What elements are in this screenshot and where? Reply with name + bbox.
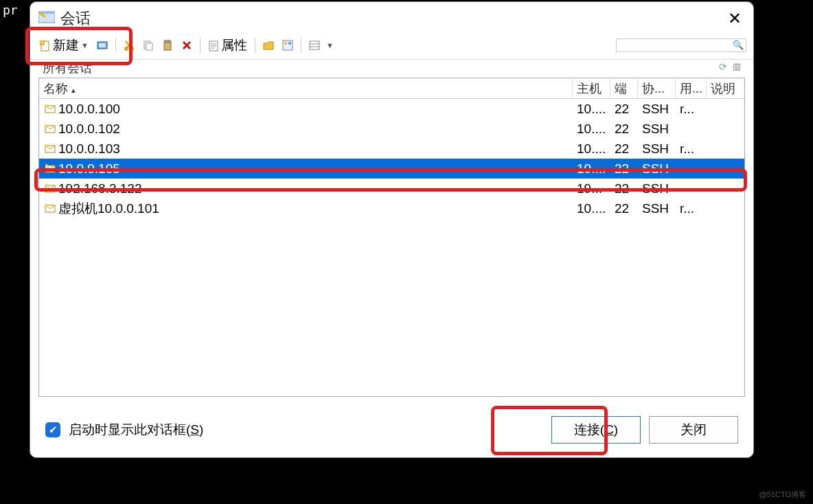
session-host: 19...	[573, 180, 610, 198]
session-row[interactable]: 10.0.0.10310....22SSHr...	[39, 139, 744, 159]
session-icon	[45, 124, 56, 135]
svg-rect-4	[99, 43, 106, 47]
background-text: pr	[3, 3, 18, 17]
show-on-startup-checkbox[interactable]: ✔	[45, 422, 60, 437]
session-proto: SSH	[638, 120, 676, 138]
session-icon	[45, 144, 56, 154]
session-host: 10....	[573, 100, 610, 118]
session-name: 虚拟机10.0.0.101	[58, 200, 159, 218]
watermark-text: @51CTO博客	[759, 490, 806, 500]
properties-icon	[208, 40, 219, 51]
session-row[interactable]: 192.168.3.12219...22SSH	[39, 179, 744, 198]
sort-asc-icon: ▴	[71, 86, 76, 94]
view-mode-button[interactable]: ▼	[306, 38, 336, 52]
session-proto: SSH	[638, 180, 676, 198]
session-name: 10.0.0.105	[58, 161, 120, 176]
chevron-down-icon: ▼	[81, 41, 89, 49]
session-proto: SSH	[638, 200, 676, 218]
chevron-down-icon: ▼	[326, 41, 334, 49]
svg-point-19	[45, 124, 48, 127]
close-icon[interactable]: ✕	[724, 9, 745, 28]
session-user	[676, 128, 707, 130]
close-button[interactable]: 关闭	[649, 416, 738, 444]
sessions-dialog: 会话 ✕ 新建 ▼ 属性 ▼ 🔍	[30, 1, 754, 458]
session-desc	[707, 128, 744, 130]
svg-point-23	[45, 164, 48, 167]
session-desc	[707, 168, 744, 170]
session-user: r...	[676, 200, 707, 218]
col-user[interactable]: 用...	[676, 79, 707, 98]
session-desc	[707, 108, 744, 111]
svg-point-27	[45, 204, 48, 207]
search-input[interactable]	[616, 38, 746, 52]
session-port: 22	[610, 200, 638, 218]
dialog-title: 会话	[60, 8, 91, 29]
toolbar-icon-1[interactable]	[94, 38, 111, 52]
session-name: 10.0.0.102	[58, 122, 120, 137]
session-host: 10....	[573, 160, 610, 178]
svg-rect-10	[165, 40, 170, 43]
session-port: 22	[610, 180, 638, 198]
session-user: r...	[676, 100, 707, 118]
toolbar-icon-2[interactable]	[279, 38, 296, 52]
session-name: 10.0.0.103	[58, 141, 120, 157]
session-row[interactable]: 10.0.0.10510....22SSH	[39, 159, 744, 179]
session-rows: 10.0.0.10010....22SSHr...10.0.0.10210...…	[39, 99, 744, 396]
refresh-icon[interactable]: ⟳	[719, 61, 727, 72]
delete-icon[interactable]	[179, 38, 195, 52]
session-host: 10....	[573, 120, 610, 138]
paste-icon[interactable]	[159, 38, 176, 52]
session-host: 10....	[573, 200, 610, 218]
dialog-titlebar: 会话 ✕	[30, 2, 753, 31]
cut-icon[interactable]	[121, 38, 137, 52]
connect-button[interactable]: 连接(C)	[551, 416, 641, 444]
folder-icon[interactable]	[260, 38, 277, 52]
session-host: 10....	[573, 140, 610, 158]
session-icon	[45, 203, 56, 214]
session-port: 22	[610, 140, 638, 158]
col-name[interactable]: 名称 ▴	[39, 79, 573, 98]
new-session-button[interactable]: 新建 ▼	[37, 35, 91, 56]
session-port: 22	[610, 160, 638, 178]
session-row[interactable]: 10.0.0.10210....22SSH	[39, 119, 744, 139]
tree-root-label[interactable]: 所有会话	[38, 60, 745, 78]
session-port: 22	[610, 100, 638, 118]
session-user: r...	[676, 140, 707, 158]
col-proto[interactable]: 协...	[638, 79, 676, 98]
svg-rect-13	[284, 42, 287, 45]
svg-rect-15	[310, 41, 319, 49]
session-user	[676, 168, 707, 170]
panel-icon[interactable]: ▥	[733, 61, 741, 72]
session-user	[676, 187, 707, 190]
svg-point-17	[45, 104, 48, 107]
search-icon: 🔍	[733, 40, 744, 50]
svg-rect-14	[288, 42, 291, 45]
properties-button[interactable]: 属性	[205, 35, 250, 56]
copy-icon[interactable]	[140, 38, 157, 52]
session-icon	[45, 104, 56, 115]
column-headers: 名称 ▴ 主机 端 协... 用... 说明	[39, 78, 744, 99]
new-session-label: 新建	[53, 36, 79, 54]
session-desc	[707, 207, 744, 210]
session-list: 名称 ▴ 主机 端 协... 用... 说明 10.0.0.10010....2…	[38, 78, 745, 397]
app-icon	[38, 10, 55, 27]
col-port[interactable]: 端	[610, 79, 638, 98]
col-host[interactable]: 主机	[573, 79, 610, 98]
properties-label: 属性	[221, 36, 247, 54]
session-proto: SSH	[638, 140, 676, 158]
session-proto: SSH	[638, 160, 676, 178]
session-name: 10.0.0.100	[58, 102, 120, 117]
session-icon	[45, 163, 56, 174]
session-proto: SSH	[638, 100, 676, 118]
session-name: 192.168.3.122	[58, 181, 142, 196]
session-desc	[707, 187, 744, 190]
col-desc[interactable]: 说明	[707, 79, 744, 98]
svg-rect-2	[40, 41, 44, 45]
session-row[interactable]: 虚拟机10.0.0.10110....22SSHr...	[39, 198, 744, 218]
session-icon	[45, 183, 56, 194]
toolbar: 新建 ▼ 属性 ▼ 🔍	[30, 31, 753, 60]
new-file-icon	[40, 40, 51, 51]
session-row[interactable]: 10.0.0.10010....22SSHr...	[39, 99, 744, 119]
svg-point-25	[45, 184, 48, 187]
session-port: 22	[610, 120, 638, 138]
